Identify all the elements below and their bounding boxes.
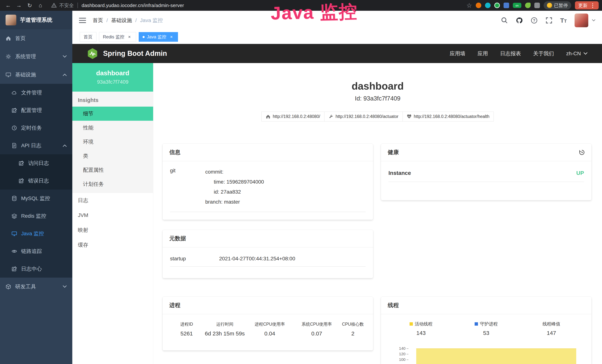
chevron-down-icon (63, 285, 67, 288)
extension-icon-drop[interactable] (485, 3, 491, 8)
sidebar-item-label: 链路追踪 (21, 248, 72, 255)
home-icon[interactable]: ⌂ (36, 2, 45, 9)
card-title: 线程 (388, 301, 399, 309)
sidebar-item-file[interactable]: 文件管理 (0, 84, 72, 101)
bookmark-star-icon[interactable]: ☆ (466, 2, 472, 9)
y-axis-tick: 100 (388, 357, 408, 362)
fullscreen-icon[interactable] (546, 17, 552, 24)
sba-item-env[interactable]: 环境 (72, 135, 153, 149)
sidebar-collapse-icon[interactable] (79, 18, 86, 23)
process-value: 6d 23h 15m 59s (203, 331, 246, 337)
sba-item-jvm[interactable]: JVM (72, 208, 153, 223)
sidebar-item-label: 访问日志 (28, 160, 72, 167)
legend-label: 活动线程 (415, 321, 432, 327)
close-icon[interactable]: × (127, 34, 132, 40)
sba-item-caches[interactable]: 缓存 (72, 237, 153, 252)
tab-java-monitor[interactable]: Java 监控 × (139, 32, 178, 42)
sidebar-item-label: 研发工具 (15, 283, 59, 290)
github-icon[interactable] (516, 17, 523, 24)
tab-redis-monitor[interactable]: Redis 监控 × (99, 32, 136, 42)
sba-item-classes[interactable]: 类 (72, 149, 153, 163)
metadata-card: 元数据 startup 2021-04-27T00:44:31.254+08:0… (163, 230, 373, 278)
sidebar-item-mysql[interactable]: MySQL 监控 (0, 190, 72, 207)
process-header: 运行时间 (203, 321, 246, 327)
metadata-key: startup (170, 256, 219, 262)
legend-value: 53 (483, 330, 489, 336)
sidebar-item-redis[interactable]: Redis 监控 (0, 207, 72, 225)
search-icon[interactable] (501, 17, 508, 24)
sba-nav-journal[interactable]: 日志报表 (500, 50, 521, 57)
breadcrumb-home[interactable]: 首页 (93, 17, 103, 24)
forward-icon[interactable]: → (14, 2, 24, 9)
update-button[interactable]: 更新 ⋮ (575, 1, 599, 10)
tab-label: 首页 (84, 34, 93, 40)
process-value: 0.04 (246, 331, 293, 337)
sba-item-label: 缓存 (78, 241, 88, 248)
reload-icon[interactable]: ↻ (25, 2, 34, 9)
avatar[interactable] (575, 13, 588, 27)
instance-id: 93a3fc7f7409 (72, 79, 153, 85)
sidebar-item-label: 定时任务 (21, 124, 72, 131)
sba-item-label: 配置属性 (83, 167, 104, 173)
process-header: 系统CPU使用率 (293, 321, 340, 327)
extension-icon-grid[interactable] (504, 3, 509, 8)
extension-icon-green[interactable] (494, 3, 500, 8)
tab-home[interactable]: 首页 (80, 32, 97, 42)
address-bar[interactable]: 不安全 dashboard.yudao.iocoder.cn/infra/adm… (51, 2, 184, 9)
sidebar-item-home[interactable]: 首页 (0, 29, 72, 47)
sidebar-item-access-log[interactable]: 访问日志 (0, 154, 72, 172)
info-line: time: 1596289704000 (205, 177, 264, 187)
process-header: CPU核心数 (340, 321, 366, 327)
extension-icon-puzzle[interactable] (534, 3, 540, 8)
sba-group-label: Insights (72, 92, 153, 107)
card-title: 元数据 (169, 235, 186, 242)
sba-item-configprops[interactable]: 配置属性 (72, 163, 153, 177)
sba-nav: 应用墙 应用 日志报表 关于我们 zh-CN (450, 50, 588, 57)
sba-locale-select[interactable]: zh-CN (566, 51, 588, 57)
extension-icon-toggle-on[interactable]: on (513, 3, 521, 8)
app-logo[interactable]: 芋道管理系统 (0, 11, 72, 29)
extension-icon-leaf[interactable] (525, 3, 531, 8)
info-line: id: 27aa832 (205, 187, 264, 197)
sidebar-item-label: 基础设施 (15, 71, 59, 78)
sba-item-logfile[interactable]: 日志 (72, 193, 153, 208)
sba-item-metrics[interactable]: 性能 (72, 121, 153, 135)
instance-link-health[interactable]: http://192.168.0.2:48080/actuator/health (402, 112, 494, 121)
sba-item-details[interactable]: 细节 (72, 107, 153, 121)
sba-nav-wallboard[interactable]: 应用墙 (450, 50, 465, 57)
sidebar-item-config[interactable]: 配置管理 (0, 101, 72, 119)
close-icon[interactable]: × (169, 34, 174, 40)
sba-item-label: 类 (83, 152, 88, 160)
paused-badge-label: 已暂停 (554, 2, 568, 9)
sidebar-item-system[interactable]: 系统管理 (0, 47, 72, 66)
sba-item-scheduled[interactable]: 计划任务 (72, 177, 153, 191)
warning-icon (51, 3, 57, 8)
sba-item-mappings[interactable]: 映射 (72, 223, 153, 237)
header-actions: TT (501, 13, 595, 27)
instance-link-home[interactable]: http://192.168.0.2:48080/ (261, 112, 324, 121)
info-line: commit: (205, 167, 264, 177)
sidebar-item-error-log[interactable]: 错误日志 (0, 172, 72, 190)
sidebar-item-log-center[interactable]: 日志中心 (0, 260, 72, 278)
history-icon[interactable] (579, 149, 585, 156)
font-size-icon[interactable]: TT (560, 17, 567, 24)
back-icon[interactable]: ← (3, 2, 13, 9)
sidebar-item-infra[interactable]: 基础设施 (0, 66, 72, 84)
instance-link-actuator[interactable]: http://192.168.0.2:48080/actuator (324, 112, 403, 121)
sba-nav-applications[interactable]: 应用 (478, 50, 488, 57)
sidebar-item-java-monitor[interactable]: Java 监控 (0, 225, 72, 242)
breadcrumb-infra[interactable]: 基础设施 (111, 17, 132, 24)
help-icon[interactable] (531, 17, 538, 24)
sidebar-item-label: Redis 监控 (21, 213, 72, 220)
extension-icon-orange[interactable] (476, 3, 481, 8)
instance-subtitle: Id: 93a3fc7f7409 (153, 95, 602, 102)
sidebar-item-trace[interactable]: 链路追踪 (0, 242, 72, 260)
sidebar-item-api-log[interactable]: API 日志 (0, 137, 72, 154)
sba-item-label: 计划任务 (83, 181, 104, 188)
sidebar-item-job[interactable]: 定时任务 (0, 119, 72, 137)
sba-instance-header[interactable]: dashboard 93a3fc7f7409 (72, 63, 153, 92)
paused-badge[interactable]: 已暂停 (544, 1, 571, 10)
sba-nav-about[interactable]: 关于我们 (533, 50, 554, 57)
card-title: 进程 (169, 301, 180, 309)
sidebar-item-dev-tools[interactable]: 研发工具 (0, 278, 72, 296)
